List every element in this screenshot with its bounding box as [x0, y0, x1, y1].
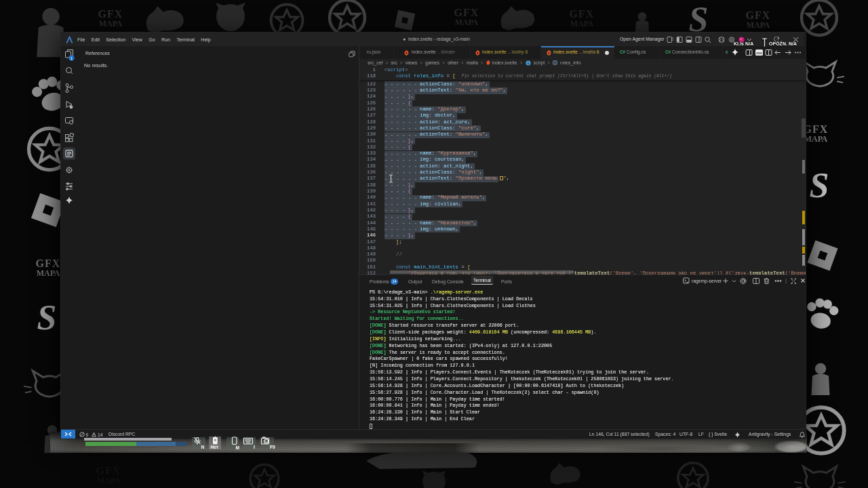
svg-text:14: 14	[98, 432, 103, 437]
svg-text:ragemp-server: ragemp-server	[692, 279, 722, 284]
svg-text:0: 0	[86, 432, 89, 437]
svg-text:css: css	[756, 51, 762, 55]
